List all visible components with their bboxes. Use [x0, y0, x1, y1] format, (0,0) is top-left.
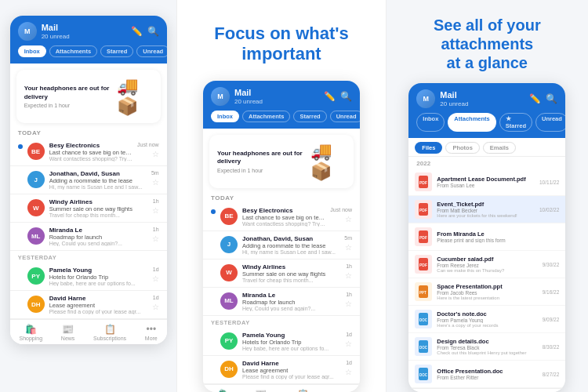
- nav-subscriptions-2[interactable]: 📋 Subscriptions: [286, 389, 319, 392]
- star-jonathan-2[interactable]: ☆: [345, 243, 352, 252]
- email-content-besy-2: Besy Electronics Last chance to save big…: [242, 207, 325, 227]
- tab-unread-2[interactable]: Unread: [330, 111, 360, 122]
- nav-more[interactable]: ••• More: [145, 324, 158, 341]
- star-david-2[interactable]: ☆: [345, 368, 352, 376]
- sender-miranda-2: Miranda Le: [242, 292, 340, 299]
- star-pamela-2[interactable]: ☆: [345, 339, 352, 348]
- subject-pamela-2: Hotels for Orlando Trip: [242, 339, 340, 346]
- tab-unread[interactable]: Unread: [136, 45, 166, 57]
- tab-starred-3[interactable]: ★ Starred: [499, 113, 532, 132]
- edit-icon-3[interactable]: ✏️: [529, 93, 541, 104]
- star-besy-2[interactable]: ☆: [345, 215, 352, 223]
- attach-tab-emails[interactable]: Emails: [483, 142, 516, 154]
- sender-besy-2: Besy Electronics: [242, 207, 325, 214]
- tab-starred[interactable]: Starred: [100, 45, 133, 57]
- nav-shopping[interactable]: 🛍️ Shopping: [20, 324, 43, 341]
- email-meta: 1h ☆: [152, 198, 159, 215]
- tab-inbox-3[interactable]: Inbox: [416, 113, 445, 132]
- attach-item-office[interactable]: DOC Office Presentation.doc From Esther …: [408, 361, 565, 388]
- search-icon[interactable]: 🔍: [147, 26, 159, 37]
- attach-icon-design: DOC: [415, 337, 432, 356]
- mail-unread-2: 20 unread: [234, 98, 324, 105]
- email-item-besy[interactable]: BE Besy Electronics Last chance to save …: [10, 138, 167, 166]
- subject-david-2: Lease agreement: [242, 367, 340, 374]
- attach-item-miranda-form[interactable]: PDF From Miranda Le Please print and sig…: [408, 223, 565, 251]
- tab-attachments-3[interactable]: Attachments: [448, 113, 495, 132]
- attach-item-space[interactable]: PPT Space Presentation.ppt From Jacob Re…: [408, 278, 565, 306]
- tab-inbox-2[interactable]: Inbox: [211, 111, 239, 122]
- star-icon[interactable]: ☆: [152, 178, 159, 187]
- attach-preview-space: Here is the latest presentation: [437, 296, 537, 300]
- attach-item-ticket[interactable]: PDF Event_Ticket.pdf From Matt Becker He…: [408, 196, 565, 223]
- star-icon[interactable]: ☆: [152, 150, 159, 158]
- header-top-3: M Mail 20 unread ✏️ 🔍: [416, 89, 557, 108]
- delivery-truck-icon-2: 🚚📦: [310, 141, 346, 182]
- attach-icon-ticket: PDF: [415, 200, 432, 219]
- unread-indicator: [18, 144, 23, 149]
- today-label: TODAY: [10, 126, 167, 138]
- attach-icon-doctor: DOC: [415, 310, 432, 328]
- email-item-pamela-2[interactable]: PY Pamela Young Hotels for Orlando Trip …: [203, 328, 360, 356]
- email-item-jonathan[interactable]: J Jonathan, David, Susan Adding a roomma…: [10, 166, 167, 194]
- nav-shopping-2[interactable]: 🛍️ Shopping: [212, 389, 236, 392]
- email-preview: Hey, Could you send again?...: [49, 241, 147, 246]
- delivery-text: Your headphones are out for delivery Exp…: [24, 85, 118, 108]
- star-icon[interactable]: ☆: [152, 274, 159, 283]
- mail-title-3: Mail: [440, 90, 529, 100]
- delivery-text-2: Your headphones are out for delivery Exp…: [217, 150, 310, 173]
- attach-tab-photos[interactable]: Photos: [445, 142, 479, 154]
- attach-from-miranda: Please print and sign this form: [437, 238, 554, 243]
- star-icon[interactable]: ☆: [152, 206, 159, 215]
- star-icon[interactable]: ☆: [152, 303, 159, 311]
- nav-more-2[interactable]: ••• More: [338, 389, 350, 392]
- email-avatar-miranda: ML: [27, 227, 45, 245]
- preview-david-2: Please find a copy of your lease agr...: [242, 374, 340, 379]
- tab-attachments[interactable]: Attachments: [49, 45, 97, 57]
- tab-attachments-2[interactable]: Attachments: [242, 111, 290, 122]
- email-item-david-2[interactable]: DH David Harne Lease agreement Please fi…: [203, 356, 360, 384]
- attach-preview-ticket: Here are your tickets for this weekend!: [437, 213, 535, 218]
- email-item-miranda[interactable]: ML Miranda Le Roadmap for launch Hey, Co…: [10, 223, 167, 251]
- sender-pamela-2: Pamela Young: [242, 332, 340, 339]
- email-item-jonathan-2[interactable]: J Jonathan, David, Susan Adding a roomma…: [203, 231, 360, 260]
- email-item-windy[interactable]: W Windy Airlines Summer sale on one way …: [10, 194, 167, 223]
- panel-attachments: See all of your attachments at a glance …: [387, 0, 588, 392]
- email-item-besy-2[interactable]: BE Besy Electronics Last chance to save …: [203, 203, 360, 231]
- attach-item-design[interactable]: DOC Design details.doc From Teresa Black…: [408, 333, 565, 361]
- nav-news[interactable]: 📰 News: [61, 324, 75, 341]
- star-icon[interactable]: ☆: [152, 234, 159, 243]
- nav-news-2[interactable]: 📰 News: [254, 389, 268, 392]
- bottom-nav-3: 🛍️ Shopping 📰 News 📋 Subscriptions ••• M…: [408, 388, 565, 392]
- edit-icon[interactable]: ✏️: [131, 26, 143, 37]
- star-windy-2[interactable]: ☆: [345, 271, 352, 280]
- email-item-pamela[interactable]: PY Pamela Young Hotels for Orlando Trip …: [10, 263, 167, 291]
- edit-icon-2[interactable]: ✏️: [324, 91, 336, 102]
- email-subject: Roadmap for launch: [49, 234, 147, 241]
- nav-label: News: [61, 336, 75, 341]
- phone-header-2: M Mail 20 unread ✏️ 🔍 Inbox Attachments …: [203, 81, 360, 129]
- tab-starred-2[interactable]: Starred: [293, 111, 326, 122]
- star-miranda-2[interactable]: ☆: [345, 299, 352, 308]
- tab-inbox[interactable]: Inbox: [18, 45, 46, 57]
- search-icon-2[interactable]: 🔍: [340, 91, 352, 102]
- preview-windy-2: Travel for cheap this month...: [242, 278, 340, 283]
- email-item-david[interactable]: DH David Harne Lease agreement Please fi…: [10, 291, 167, 319]
- email-item-windy-2[interactable]: W Windy Airlines Summer sale on one way …: [203, 260, 360, 288]
- search-icon-3[interactable]: 🔍: [546, 93, 557, 104]
- time-david-2: 1d: [346, 360, 352, 365]
- attach-item-doctor[interactable]: DOC Doctor's note.doc From Pamela Young …: [408, 306, 565, 333]
- email-content-david-2: David Harne Lease agreement Please find …: [242, 360, 340, 379]
- svg-text:DOC: DOC: [419, 346, 428, 350]
- attach-tab-files[interactable]: Files: [415, 142, 442, 154]
- nav-subscriptions[interactable]: 📋 Subscriptions: [93, 324, 126, 341]
- attach-item-cucumber[interactable]: PDF Cucumber salad.pdf From Reese Jerez …: [408, 251, 565, 278]
- email-preview: Please find a copy of your lease agr...: [49, 309, 147, 314]
- header-top: M Mail 20 unread ✏️ 🔍: [18, 22, 159, 41]
- attach-info-miranda: From Miranda Le Please print and sign th…: [437, 230, 554, 243]
- email-item-miranda-2[interactable]: ML Miranda Le Roadmap for launch Hey, Co…: [203, 288, 360, 316]
- attach-name-miranda: From Miranda Le: [437, 230, 554, 238]
- attach-year: 2022: [408, 157, 565, 169]
- tab-unread-3[interactable]: Unread: [535, 113, 565, 132]
- attach-item-lease[interactable]: PDF Apartment Lease Document.pdf From Su…: [408, 169, 565, 196]
- meta-jonathan-2: 5m ☆: [344, 235, 352, 252]
